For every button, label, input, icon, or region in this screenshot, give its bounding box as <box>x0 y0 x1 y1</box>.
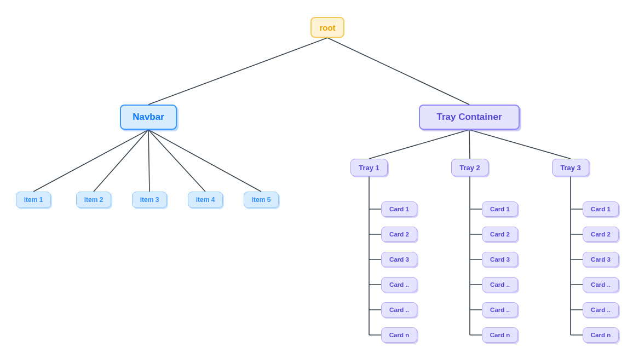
svg-line-2 <box>33 130 148 192</box>
tray-2-card-1: Card 1 <box>482 201 518 217</box>
svg-line-3 <box>94 130 148 192</box>
node-root: root <box>310 17 344 38</box>
tray-3-card-5: Card .. <box>583 302 619 317</box>
navbar-item-2: item 2 <box>76 192 111 208</box>
tray-1-card-3: Card 3 <box>381 252 417 267</box>
svg-line-5 <box>148 130 205 192</box>
tray-1-card-5: Card .. <box>381 302 417 317</box>
tray-2-card-n: Card n <box>482 327 518 343</box>
svg-line-8 <box>469 130 470 159</box>
node-tray-1: Tray 1 <box>350 159 388 176</box>
node-tray-3: Tray 3 <box>552 159 589 176</box>
navbar-item-4: item 4 <box>188 192 223 208</box>
svg-line-9 <box>469 130 571 159</box>
navbar-item-5: item 5 <box>244 192 279 208</box>
navbar-item-1: item 1 <box>16 192 51 208</box>
tray-1-card-2: Card 2 <box>381 227 417 242</box>
tray-2-card-2: Card 2 <box>482 227 518 242</box>
tray-3-card-4: Card .. <box>583 277 619 292</box>
tray-3-card-n: Card n <box>583 327 619 343</box>
tray-2-card-4: Card .. <box>482 277 518 292</box>
svg-line-4 <box>148 130 149 192</box>
node-tray-container: Tray Container <box>419 105 520 130</box>
tray-3-card-3: Card 3 <box>583 252 619 267</box>
node-navbar: Navbar <box>120 105 177 130</box>
tray-1-card-4: Card .. <box>381 277 417 292</box>
svg-line-7 <box>369 130 469 159</box>
tray-3-card-1: Card 1 <box>583 201 619 217</box>
node-tray-2: Tray 2 <box>451 159 488 176</box>
tray-1-card-1: Card 1 <box>381 201 417 217</box>
edge-layer <box>0 0 633 364</box>
tray-1-card-n: Card n <box>381 327 417 343</box>
svg-line-0 <box>148 38 327 105</box>
svg-line-1 <box>327 38 469 105</box>
navbar-item-3: item 3 <box>132 192 167 208</box>
diagram-canvas: root Navbar Tray Container item 1 item 2… <box>0 0 633 364</box>
svg-line-6 <box>148 130 261 192</box>
tray-2-card-5: Card .. <box>482 302 518 317</box>
tray-3-card-2: Card 2 <box>583 227 619 242</box>
tray-2-card-3: Card 3 <box>482 252 518 267</box>
